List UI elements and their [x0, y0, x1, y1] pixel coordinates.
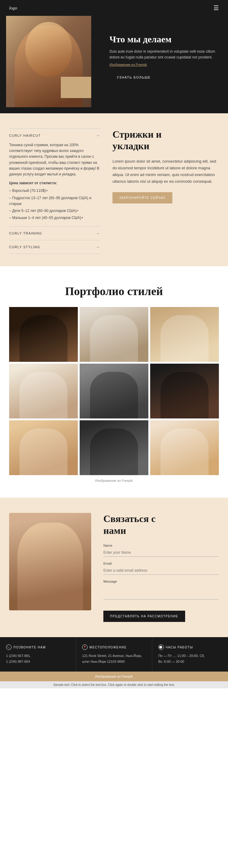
- contact-title: Связаться снами: [103, 513, 219, 536]
- arrow-icon-training: →: [96, 231, 100, 236]
- portfolio-photo-7: [9, 420, 78, 475]
- hero-title: Что мы делаем: [109, 34, 219, 44]
- hero-decorative-rect: [61, 77, 91, 98]
- contact-image: [9, 513, 91, 610]
- logo: logo: [9, 5, 17, 11]
- service-header-haircut[interactable]: CURLY HAIRCUT →: [9, 129, 100, 142]
- menu-icon[interactable]: ☰: [214, 4, 219, 11]
- sample-text: Sample text: Click to select the text bo…: [53, 683, 175, 686]
- services-description: Lorem ipsum dolor sit amet, consectetur …: [112, 158, 219, 185]
- service-accordion-container: CURLY HAIRCUT → Техника сухой стрижки, к…: [9, 128, 100, 254]
- portfolio-photo-1: [9, 307, 78, 362]
- price-title-haircut: Цена зависит от стилиста:: [9, 180, 100, 186]
- arrow-icon-styling: →: [96, 245, 100, 249]
- portfolio-photo-8: [80, 420, 148, 475]
- portfolio-photo-6: [150, 364, 219, 418]
- hero-text-box: Что мы делаем Duis aute irure dolor in r…: [109, 34, 219, 83]
- footer-location-lines: 121 Rock Street, 21 Avenue, Нью-Йорк, шт…: [82, 653, 146, 664]
- service-header-training[interactable]: CURLY TRAINING →: [9, 226, 100, 240]
- service-title-training: CURLY TRAINING: [9, 231, 42, 235]
- price-item-4: Малыши 1–4 лет (40–55 долларов США)+: [9, 215, 100, 221]
- footer-location-title: 📍 МЕСТОПОЛОЖЕНИЕ: [82, 645, 146, 650]
- name-label: Name: [103, 544, 219, 547]
- services-cta-button[interactable]: ЗАБРОНИРУЙТЕ СЕЙЧАС: [112, 192, 173, 204]
- portfolio-photo-3: [150, 307, 219, 362]
- service-title-haircut: CURLY HAIRCUT: [9, 134, 41, 137]
- footer-phone-lines: 1 (234) 567-891, 1 (234) 987-654: [6, 653, 70, 664]
- footer-freepik-label: Изображение из Freepik: [95, 675, 132, 678]
- services-right: Стрижки иукладки Lorem ipsum dolor sit a…: [112, 128, 219, 254]
- sample-text-bar: Sample text: Click to select the text bo…: [0, 681, 228, 688]
- message-label: Message: [103, 580, 219, 583]
- footer-hours-title: 🕐 ЧАСЫ РАБОТЫ: [158, 645, 222, 650]
- footer-bottom-bar: Изображение из Freepik: [0, 672, 228, 681]
- location-icon: 📍: [82, 645, 87, 650]
- email-label: Email: [103, 562, 219, 565]
- service-description-haircut: Техника сухой стрижки, которая на 100% с…: [9, 142, 100, 177]
- service-item-training: CURLY TRAINING →: [9, 226, 100, 240]
- clock-icon: 🕐: [158, 645, 164, 650]
- footer-col-location: 📍 МЕСТОПОЛОЖЕНИЕ 121 Rock Street, 21 Ave…: [76, 637, 152, 672]
- portfolio-photo-2: [80, 307, 148, 362]
- price-item-1: Взрослый (70-110$)+: [9, 188, 100, 194]
- arrow-icon-haircut: →: [96, 133, 100, 138]
- portfolio-photo-9: [150, 420, 219, 475]
- footer-info: 📞 ПОЗВОНИТЕ НАМ 1 (234) 567-891, 1 (234)…: [0, 637, 228, 672]
- price-item-2: Подросток 13–17 лет (65–95 долларов США)…: [9, 195, 100, 207]
- services-title: Стрижки иукладки: [112, 128, 219, 152]
- footer-col-hours: 🕐 ЧАСЫ РАБОТЫ Пн — Пт .... 11:00 – 20:00…: [152, 637, 228, 672]
- name-input[interactable]: [103, 549, 219, 557]
- portfolio-photo-4: [9, 364, 78, 418]
- hero-cta-button[interactable]: УЗНАТЬ БОЛЬШЕ: [109, 72, 158, 83]
- form-group-name: Name: [103, 544, 219, 557]
- footer-col-phone: 📞 ПОЗВОНИТЕ НАМ 1 (234) 567-891, 1 (234)…: [0, 637, 76, 672]
- service-item-styling: CURLY STYLING →: [9, 240, 100, 254]
- contact-person-silhouette: [17, 523, 83, 610]
- form-group-email: Email: [103, 562, 219, 575]
- service-header-styling[interactable]: CURLY STYLING →: [9, 240, 100, 254]
- contact-section: Связаться снами Name Email Message ПРЕДС…: [0, 498, 228, 637]
- hero-section: Что мы делаем Duis aute irure dolor in r…: [0, 16, 228, 113]
- price-item-3: Дети 5–12 лет (60–90 долларов США)+: [9, 208, 100, 214]
- message-textarea[interactable]: [103, 585, 219, 600]
- phone-icon: 📞: [6, 645, 11, 650]
- footer-phone-title: 📞 ПОЗВОНИТЕ НАМ: [6, 645, 70, 650]
- navbar: logo ☰: [0, 0, 228, 16]
- hero-description: Duis aute irure dolor in reprehenderit i…: [109, 49, 219, 60]
- portfolio-photo-5: [80, 364, 148, 418]
- submit-button[interactable]: ПРЕДСТАВЛЯТЬ НА РАССМОТРЕНИЕ: [103, 611, 185, 622]
- portfolio-section: Портфолио стилей Изображ: [0, 266, 228, 498]
- service-title-styling: CURLY STYLING: [9, 245, 40, 249]
- contact-form: Связаться снами Name Email Message ПРЕДС…: [103, 513, 219, 622]
- portfolio-title: Портфолио стилей: [9, 284, 219, 298]
- hero-freepik-link[interactable]: Изображение из Freepik: [109, 63, 219, 66]
- form-group-message: Message: [103, 580, 219, 601]
- price-list-haircut: Взрослый (70-110$)+ Подросток 13–17 лет …: [9, 188, 100, 221]
- services-accordion: CURLY HAIRCUT → Техника сухой стрижки, к…: [9, 128, 100, 254]
- photo-grid: [9, 307, 219, 475]
- email-input[interactable]: [103, 566, 219, 575]
- services-section: CURLY HAIRCUT → Техника сухой стрижки, к…: [0, 113, 228, 266]
- footer-hours-lines: Пн — Пт .... 11:00 – 20:00, Сб, Вс: 6:00…: [158, 653, 222, 664]
- service-item-haircut: CURLY HAIRCUT → Техника сухой стрижки, к…: [9, 129, 100, 226]
- portfolio-freepik-label: Изображение из Freepik: [9, 479, 219, 483]
- service-body-haircut: Техника сухой стрижки, которая на 100% с…: [9, 142, 100, 226]
